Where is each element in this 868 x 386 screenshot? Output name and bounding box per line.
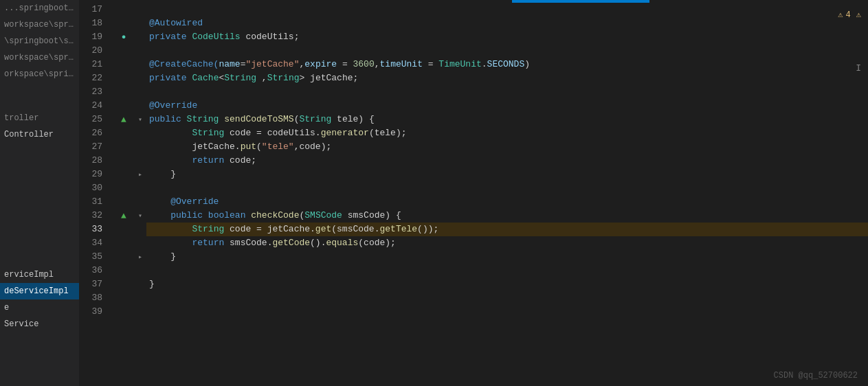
code-line-26: String code = codeUtils.generator(tele);: [146, 126, 868, 140]
code-line-29: }: [146, 168, 868, 181]
code-override-24: @Override: [149, 99, 197, 113]
sidebar-item-sp2: [0, 157, 79, 170]
fold-37: [134, 277, 146, 291]
ln-22: 22: [79, 71, 108, 85]
ln-26: 26: [79, 126, 108, 140]
code-line-39: [146, 305, 868, 319]
gutter-24: [113, 99, 134, 113]
gutter-22: [113, 71, 134, 85]
fold-29[interactable]: ▸: [134, 168, 146, 181]
sidebar-item-serviceimpl[interactable]: erviceImpl: [0, 266, 79, 283]
sidebar-item-e[interactable]: e: [0, 299, 79, 316]
code-line-38: [146, 291, 868, 305]
gutter-32[interactable]: ▲: [113, 209, 134, 223]
ln-17: 17: [79, 3, 108, 16]
code-type-codeutils: CodeUtils: [192, 30, 240, 44]
fold-32[interactable]: ▾: [134, 209, 146, 223]
sidebar-item-0[interactable]: ...springboot\p: [0, 0, 79, 16]
fold-18: [134, 16, 146, 30]
sidebar-item-sp6: [0, 212, 79, 225]
fold-30: [134, 181, 146, 195]
gutter-23: [113, 85, 134, 99]
fold-26: [134, 126, 146, 140]
code-line-17: [146, 3, 868, 16]
ln-23: 23: [79, 85, 108, 99]
fold-36: [134, 264, 146, 277]
code-content[interactable]: @Autowired private CodeUtils codeUtils; …: [146, 3, 868, 386]
sidebar-item-3[interactable]: workspace\springb: [0, 49, 79, 66]
gutter-25[interactable]: ▲: [113, 113, 134, 126]
fold-27: [134, 140, 146, 154]
gutter-area: ● ▲ ▲: [113, 3, 134, 386]
gutter-34: [113, 236, 134, 250]
gutter-37: [113, 277, 134, 291]
gutter-38: [113, 291, 134, 305]
sidebar-item-service[interactable]: Service: [0, 316, 79, 332]
gutter-20: [113, 44, 134, 58]
run-icon-25[interactable]: ▲: [121, 115, 126, 125]
gutter-36: [113, 264, 134, 277]
sidebar-item-4[interactable]: orkspace\springbc: [0, 66, 79, 82]
ln-31: 31: [79, 195, 108, 209]
run-icon-32[interactable]: ▲: [121, 211, 126, 221]
code-line-27: jetCache.put("tele",code);: [146, 140, 868, 154]
ln-20: 20: [79, 44, 108, 58]
code-kw-private-19: private: [149, 30, 192, 44]
code-line-24: @Override: [146, 99, 868, 113]
fold-17: [134, 3, 146, 16]
sidebar-item-sp8: [0, 239, 79, 253]
fold-23: [134, 85, 146, 99]
code-editor: ⚠ 4 ⚠ I 17 18 19 20 21 22 23 24 25 26 27…: [79, 0, 868, 386]
code-line-30: [146, 181, 868, 195]
code-line-19: private CodeUtils codeUtils;: [146, 30, 868, 44]
fold-34: [134, 236, 146, 250]
code-line-28: return code;: [146, 154, 868, 168]
code-area: 17 18 19 20 21 22 23 24 25 26 27 28 29 3…: [79, 3, 868, 386]
fold-22: [134, 71, 146, 85]
sidebar-item-codeserviceimpl[interactable]: deServiceImpl: [0, 283, 79, 299]
sidebar-item-controller-partial[interactable]: troller: [0, 110, 79, 126]
fold-31: [134, 195, 146, 209]
fold-35[interactable]: ▸: [134, 250, 146, 264]
code-name-attr: name: [219, 58, 240, 71]
ln-37: 37: [79, 277, 108, 291]
gutter-35: [113, 250, 134, 264]
fold-28: [134, 154, 146, 168]
sidebar-item-2[interactable]: \springboot\spr: [0, 33, 79, 49]
code-createcache: @CreateCache(: [149, 58, 219, 71]
gutter-21: [113, 58, 134, 71]
ln-33: 33: [79, 223, 108, 236]
ln-25: 25: [79, 113, 108, 126]
gutter-19: ●: [113, 30, 134, 44]
sidebar-item-controller[interactable]: Controller: [0, 126, 79, 143]
code-seconds: SECONDS: [487, 58, 525, 71]
fold-25[interactable]: ▾: [134, 113, 146, 126]
ln-32: 32: [79, 209, 108, 223]
ln-19: 19: [79, 30, 108, 44]
code-line-36: [146, 264, 868, 277]
code-line-22: private Cache<String ,String> jetCache;: [146, 71, 868, 85]
gutter-18: [113, 16, 134, 30]
sidebar-item-6: [0, 96, 79, 110]
code-line-31: @Override: [146, 195, 868, 209]
ln-24: 24: [79, 99, 108, 113]
line-numbers: 17 18 19 20 21 22 23 24 25 26 27 28 29 3…: [79, 3, 113, 386]
ref-icon-19: ●: [122, 33, 126, 41]
code-override-31: @Override: [149, 195, 219, 209]
fold-21: [134, 58, 146, 71]
ln-30: 30: [79, 181, 108, 195]
sidebar-item-1[interactable]: workspace\spring: [0, 16, 79, 33]
gutter-17: [113, 3, 134, 16]
sidebar-item-sp4: [0, 184, 79, 198]
ln-36: 36: [79, 264, 108, 277]
sidebar-item-5: [0, 82, 79, 96]
sidebar: ...springboot\p workspace\spring \spring…: [0, 0, 79, 386]
ln-28: 28: [79, 154, 108, 168]
fold-19: [134, 30, 146, 44]
code-line-20: [146, 44, 868, 58]
csdn-watermark: CSDN @qq_52700622: [774, 371, 858, 381]
code-line-25: public String sendCodeToSMS(String tele)…: [146, 113, 868, 126]
code-line-34: return smsCode.getCode().equals(code);: [146, 236, 868, 250]
fold-20: [134, 44, 146, 58]
code-line-23: [146, 85, 868, 99]
